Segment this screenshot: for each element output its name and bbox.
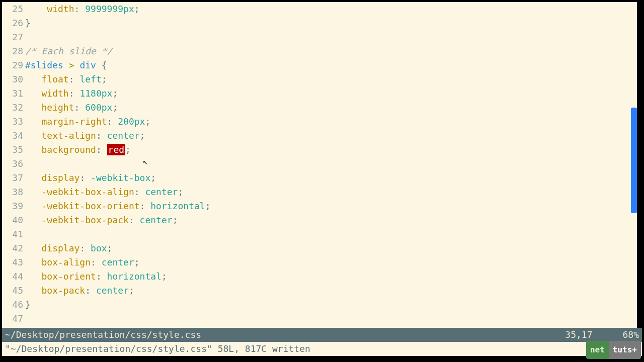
status-cursor-pos: 35,17	[565, 328, 592, 342]
scroll-thumb[interactable]	[631, 108, 637, 213]
line-number: 46	[2, 298, 23, 312]
line-number: 39	[2, 199, 23, 213]
code-line[interactable]: margin-right: 200px;	[25, 115, 637, 129]
line-number: 44	[2, 269, 23, 284]
code-line[interactable]: -webkit-box-pack: center;	[25, 213, 637, 227]
line-number: 37	[2, 171, 23, 185]
code-line[interactable]: }	[25, 16, 637, 30]
line-number: 41	[2, 227, 23, 241]
line-number: 26	[2, 16, 23, 30]
status-percent: 68%	[622, 328, 639, 342]
code-line[interactable]: }	[25, 298, 637, 312]
code-line[interactable]: width: 1180px;	[25, 86, 637, 101]
code-line[interactable]: -webkit-box-align: center;	[25, 185, 637, 199]
line-number: 31	[2, 86, 23, 101]
editor-viewport[interactable]: 2526272829303132333435363738394041424344…	[2, 2, 637, 328]
scrollbar[interactable]	[630, 2, 637, 328]
line-number: 38	[2, 185, 23, 199]
code-line[interactable]: -webkit-box-orient: horizontal;	[25, 199, 637, 213]
code-line[interactable]: background: red;	[25, 143, 637, 157]
nettuts-logo: net tuts+	[586, 341, 641, 359]
line-number: 32	[2, 101, 23, 115]
logo-tuts: tuts+	[609, 341, 641, 359]
code-line[interactable]: box-pack: center;	[25, 284, 637, 298]
code-line[interactable]	[25, 157, 637, 171]
line-number: 43	[2, 255, 23, 269]
line-number: 45	[2, 284, 23, 298]
line-number: 25	[2, 2, 23, 16]
line-number: 28	[2, 44, 23, 58]
line-number: 40	[2, 213, 23, 227]
code-line[interactable]: width: 9999999px;	[25, 2, 637, 16]
code-line[interactable]: #slides > div {	[25, 58, 637, 72]
line-gutter: 2526272829303132333435363738394041424344…	[2, 2, 25, 328]
line-number: 27	[2, 30, 23, 44]
line-number: 47	[2, 312, 23, 326]
code-line[interactable]	[25, 227, 637, 241]
command-line-text: "~/Desktop/presentation/css/style.css" 5…	[5, 343, 310, 354]
code-line[interactable]: display: box;	[25, 241, 637, 255]
code-line[interactable]: height: 600px;	[25, 101, 637, 115]
line-number: 33	[2, 115, 23, 129]
logo-net: net	[586, 341, 609, 359]
line-number: 30	[2, 72, 23, 86]
code-line[interactable]: text-align: center;	[25, 129, 637, 143]
code-line[interactable]: box-align: center;	[25, 255, 637, 269]
line-number: 36	[2, 157, 23, 171]
code-area[interactable]: ↖ width: 9999999px;}/* Each slide */#sli…	[25, 2, 637, 328]
status-path: ~/Desktop/presentation/css/style.css	[5, 328, 565, 342]
line-number: 34	[2, 129, 23, 143]
code-line[interactable]: /* Each slide */	[25, 44, 637, 58]
code-line[interactable]: box-orient: horizontal;	[25, 269, 637, 284]
line-number: 42	[2, 241, 23, 255]
status-bar: ~/Desktop/presentation/css/style.css 35,…	[2, 328, 642, 342]
code-line[interactable]: display: -webkit-box;	[25, 171, 637, 185]
code-line[interactable]: float: left;	[25, 72, 637, 86]
command-line[interactable]: "~/Desktop/presentation/css/style.css" 5…	[2, 342, 642, 356]
code-line[interactable]	[25, 30, 637, 44]
line-number: 29	[2, 58, 23, 72]
line-number: 35	[2, 143, 23, 157]
code-line[interactable]	[25, 312, 637, 326]
